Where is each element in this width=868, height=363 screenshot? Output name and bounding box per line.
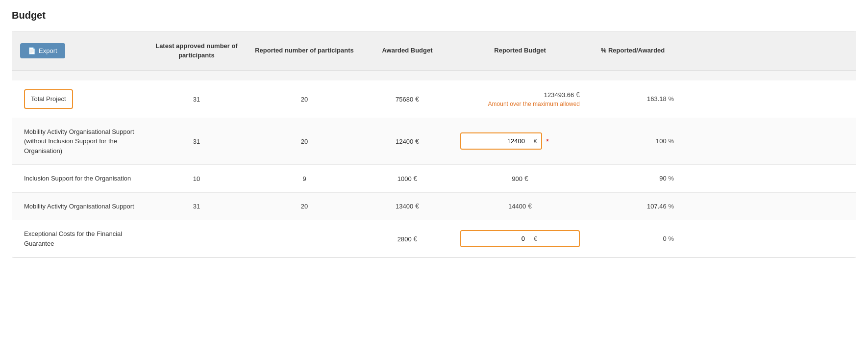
table-row: Exceptional Costs for the Financial Guar… — [12, 220, 856, 258]
total-row: Total Project 31 20 75680 € 123493.66 € … — [12, 80, 856, 118]
row-awarded-budget: 1000 € — [358, 173, 456, 184]
total-percent: 163.18 % — [584, 93, 682, 104]
row-reported-participants: 20 — [250, 200, 358, 212]
spacer — [12, 71, 856, 80]
total-reported-budget-cell: 123493.66 € Amount over the maximum allo… — [456, 89, 584, 109]
col-header-4: Awarded Budget — [358, 46, 456, 55]
row-reported-participants — [250, 237, 358, 241]
col-header-6: % Reported/Awarded — [584, 46, 682, 55]
total-reported-participants: 20 — [250, 93, 358, 105]
reported-budget-input-3[interactable] — [461, 231, 530, 246]
col-header-2: Latest approved number of participants — [143, 42, 250, 59]
row-latest-approved — [143, 237, 250, 241]
table-row: Mobility Activity Organisational Support… — [12, 118, 856, 165]
total-label-cell: Total Project — [20, 87, 143, 111]
row-reported-budget-cell: 14400 € — [456, 200, 584, 212]
row-percent: 0 % — [584, 233, 682, 244]
row-awarded-budget: 13400 € — [358, 200, 456, 212]
row-percent: 90 % — [584, 173, 682, 184]
reported-budget-input-0[interactable] — [461, 133, 530, 149]
row-label-cell: Mobility Activity Organisational Support — [20, 200, 143, 213]
over-max-warning: Amount over the maximum allowed — [488, 101, 580, 107]
total-label: Total Project — [24, 89, 73, 109]
export-button[interactable]: 📄 Export — [20, 43, 65, 58]
reported-budget-input-wrapper: € — [460, 132, 542, 150]
table-header: 📄 Export Latest approved number of parti… — [12, 31, 856, 71]
col-header-5: Reported Budget — [456, 46, 584, 55]
budget-table: 📄 Export Latest approved number of parti… — [12, 31, 856, 258]
row-reported-participants: 20 — [250, 135, 358, 147]
export-cell: 📄 Export — [20, 43, 143, 58]
col-header-3: Reported number of participants — [250, 46, 358, 55]
reported-budget-input-wrapper-3: € — [460, 230, 580, 247]
table-row: Inclusion Support for the Organisation 1… — [12, 165, 856, 193]
page-title: Budget — [12, 10, 856, 21]
export-icon: 📄 — [28, 47, 36, 54]
row-latest-approved: 31 — [143, 200, 250, 212]
euro-symbol-0: € — [530, 133, 541, 149]
row-awarded-budget: 2800 € — [358, 233, 456, 245]
row-reported-budget-input-cell-3: € — [456, 228, 584, 249]
row-label-cell: Mobility Activity Organisational Support… — [20, 125, 143, 158]
euro-symbol-3: € — [530, 231, 541, 246]
row-reported-budget-input-cell: € * — [456, 130, 584, 152]
row-label-cell: Exceptional Costs for the Financial Guar… — [20, 227, 143, 250]
row-reported-participants: 9 — [250, 173, 358, 184]
row-percent: 107.46 % — [584, 201, 682, 212]
total-awarded-budget: 75680 € — [358, 93, 456, 105]
required-star-0: * — [546, 137, 548, 145]
table-row: Mobility Activity Organisational Support… — [12, 193, 856, 221]
total-reported-budget-value: 123493.66 € — [544, 91, 580, 99]
row-latest-approved: 10 — [143, 173, 250, 184]
row-percent: 100 % — [584, 135, 682, 147]
total-latest-approved: 31 — [143, 93, 250, 105]
row-reported-budget-cell: 900 € — [456, 173, 584, 184]
export-label: Export — [39, 47, 57, 54]
row-latest-approved: 31 — [143, 135, 250, 147]
row-label-cell: Inclusion Support for the Organisation — [20, 172, 143, 185]
row-awarded-budget: 12400 € — [358, 135, 456, 147]
